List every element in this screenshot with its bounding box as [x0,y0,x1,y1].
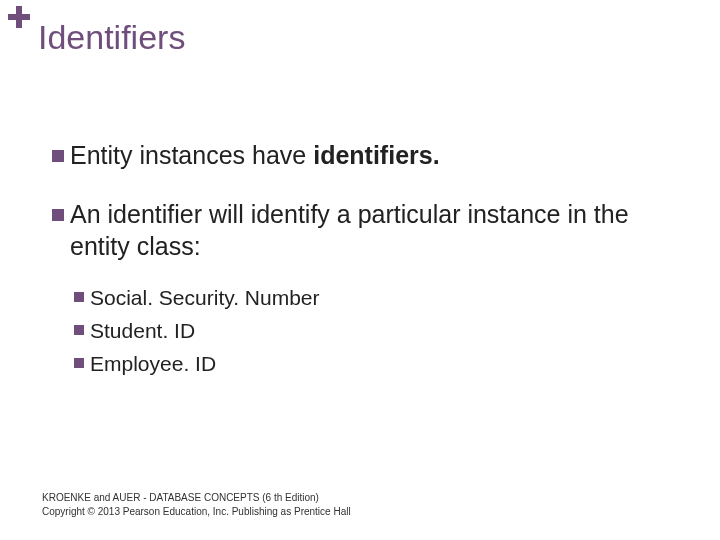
bullet-text: Entity instances have identifiers. [70,140,440,171]
square-bullet-icon [52,150,64,162]
square-bullet-icon [74,325,84,335]
sub-bullet-item: Student. ID [74,317,680,344]
bullet-item: An identifier will identify a particular… [52,199,680,262]
sub-bullet-item: Employee. ID [74,350,680,377]
sub-bullet-item: Social. Security. Number [74,284,680,311]
bullet-text-bold: identifiers. [313,141,439,169]
plus-icon [8,6,30,28]
footer-line-1: KROENKE and AUER - DATABASE CONCEPTS (6 … [42,491,351,505]
square-bullet-icon [74,358,84,368]
bullet-item: Entity instances have identifiers. [52,140,680,171]
square-bullet-icon [74,292,84,302]
footer: KROENKE and AUER - DATABASE CONCEPTS (6 … [42,491,351,518]
slide-title: Identifiers [38,18,185,57]
slide-content: Entity instances have identifiers. An id… [52,140,680,384]
bullet-text: An identifier will identify a particular… [70,199,680,262]
sub-bullet-list: Social. Security. Number Student. ID Emp… [74,284,680,378]
bullet-text-prefix: An identifier will identify a particular… [70,200,629,259]
square-bullet-icon [52,209,64,221]
bullet-text-prefix: Entity instances have [70,141,313,169]
sub-bullet-text: Student. ID [90,317,195,344]
sub-bullet-text: Social. Security. Number [90,284,320,311]
footer-line-2: Copyright © 2013 Pearson Education, Inc.… [42,505,351,519]
sub-bullet-text: Employee. ID [90,350,216,377]
